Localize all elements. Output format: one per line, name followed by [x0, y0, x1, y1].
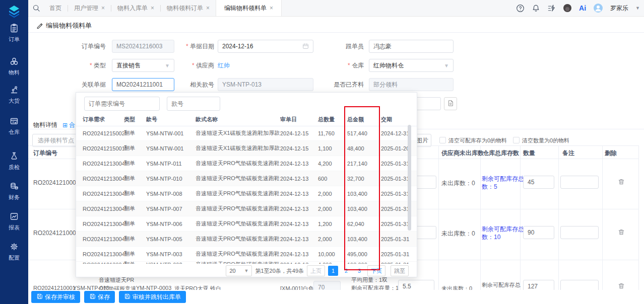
related-doc-field[interactable]: [112, 78, 174, 91]
available-stock-text: 剩余可配库存总数：10: [482, 225, 524, 241]
sidebar-item-label: 大货: [0, 97, 28, 105]
cell-delivery: 2025-01-31: [381, 191, 417, 197]
audit-and-jump-button[interactable]: 审核并跳转出库单: [119, 291, 186, 303]
trash-icon[interactable]: [618, 178, 625, 187]
cell-qty: 10,000: [318, 251, 347, 257]
save-icon: [36, 293, 43, 301]
warehouse-select[interactable]: 红帅物料仓▼: [369, 59, 454, 72]
ai-logo[interactable]: Ai: [579, 4, 586, 12]
order-requirement-row[interactable]: RO20241213004 翻单 YSM-NTP-006 音速猫逆天PRO气垫碳…: [76, 216, 417, 232]
help-icon[interactable]: [516, 4, 525, 13]
sidebar-item-settings[interactable]: 配置: [0, 242, 28, 262]
cell-qty: 4,200: [318, 161, 347, 167]
sidebar-item-production[interactable]: 大货: [0, 85, 28, 105]
close-icon[interactable]: ×: [206, 5, 210, 12]
order-requirement-row[interactable]: RO20241213004 翻单 YSM-NTP-008 音速猫逆天PRO气垫碳…: [76, 186, 417, 201]
topbar-actions: Ai 罗家乐 ▼: [516, 0, 640, 16]
cell-amount: 103,400: [347, 191, 381, 197]
col-header-delete: 删除: [605, 149, 617, 158]
merchandiser-field[interactable]: [369, 40, 454, 53]
sidebar-item-warehouse[interactable]: 仓库: [0, 116, 28, 136]
save-and-audit-button[interactable]: 保存并审核: [31, 291, 80, 303]
sidebar-item-orders[interactable]: 订单: [0, 23, 28, 43]
table-row-order-no: RO20241210001: [33, 230, 79, 237]
jump-to-button[interactable]: 跳至: [391, 265, 409, 276]
clear-zero-stock-checkbox[interactable]: [439, 137, 446, 143]
calendar-icon: [302, 43, 309, 50]
tab-edit-requisition[interactable]: 编辑物料领料单×: [216, 0, 282, 16]
close-icon[interactable]: ×: [270, 5, 273, 12]
order-requirement-row[interactable]: RO20241213004 翻单 YSM-NTP-005 音速猫逆天PRO气垫碳…: [76, 232, 417, 247]
close-icon[interactable]: ×: [101, 5, 105, 12]
coins-icon: [9, 186, 19, 193]
cell-audit: 2024-12-13: [280, 251, 318, 257]
app-logo[interactable]: [7, 4, 21, 20]
tab-user-management[interactable]: 用户管理×: [68, 0, 111, 16]
notification-bell-icon[interactable]: [532, 4, 540, 13]
sidebar-item-qc[interactable]: 质检: [0, 151, 28, 171]
page-size-select[interactable]: 20▼: [226, 265, 252, 276]
clipboard-icon: [9, 28, 19, 35]
changelog-icon[interactable]: [547, 4, 556, 13]
cell-qty: 11,760: [318, 130, 347, 136]
order-requirement-row[interactable]: RO20241213004 翻单 YSM-NTP-002 音速猫逆天PRO气垫碳…: [76, 257, 417, 264]
page-button-1[interactable]: 1: [328, 266, 338, 276]
material-ready-field: [369, 78, 454, 91]
cell-name: 音速猫逆天PRO气垫碳板竞速跑鞋: [196, 160, 280, 167]
order-requirement-row[interactable]: RO20241213004 翻单 YSM-NTP-010 音速猫逆天PRO气垫碳…: [76, 171, 417, 186]
cell-name: 音速猫逆天PRO气垫碳板竞速跑鞋: [196, 235, 280, 243]
clear-zero-qty-label[interactable]: 清空数量为0的物料: [522, 137, 569, 144]
cell-type: 翻单: [124, 160, 146, 167]
cell-amount: 217,140: [347, 161, 381, 167]
tab-material-detail[interactable]: 物料详情: [33, 121, 57, 129]
page-button-2[interactable]: 2: [341, 266, 351, 276]
cell-name: 音速猫逆天PRO气垫碳板竞速跑鞋: [196, 190, 280, 197]
qty-field[interactable]: [523, 226, 554, 239]
cell-req: RO20241213004: [76, 236, 124, 242]
col-header-remark: 备注: [562, 149, 574, 158]
style-no-filter-input[interactable]: [167, 97, 220, 111]
row-remark-field[interactable]: [560, 176, 599, 189]
clear-zero-stock-label[interactable]: 清空可配库存为0的物料: [448, 137, 507, 144]
sidebar-item-finance[interactable]: 财务: [0, 181, 28, 201]
requirement-no-filter-input[interactable]: [84, 97, 160, 111]
popup-scrollbar[interactable]: [408, 125, 411, 231]
chevron-down-icon[interactable]: ▼: [635, 6, 640, 11]
trash-icon[interactable]: [618, 229, 625, 237]
cell-req: RO20241213004: [76, 251, 124, 257]
supplier-link[interactable]: 红帅: [218, 61, 230, 70]
page-button-3[interactable]: 3: [354, 266, 364, 276]
type-select[interactable]: 直接销售▼: [112, 59, 174, 72]
sidebar-item-label: 订单: [0, 36, 28, 43]
cell-type: 翻单: [124, 205, 146, 212]
next-page-button[interactable]: 下页: [367, 265, 385, 276]
tab-home[interactable]: 首页: [43, 0, 68, 16]
order-requirement-row[interactable]: RO20241213004 翻单 YSM-NTP-007 音速猫逆天PRO气垫碳…: [76, 201, 417, 216]
clear-zero-qty-checkbox[interactable]: [513, 137, 520, 143]
tab-material-requisition-orders[interactable]: 物料领料订单×: [161, 0, 216, 16]
user-avatar[interactable]: [593, 3, 603, 13]
search-icon[interactable]: [32, 4, 40, 12]
order-requirement-row[interactable]: RO20241215001 翻单 YSM-NTW-001 音速猫逆天X1碳板竞速…: [76, 141, 417, 156]
qty-field[interactable]: [523, 176, 554, 189]
prev-page-button[interactable]: 上页: [307, 265, 325, 276]
order-requirement-row[interactable]: RO20241215002 翻单 YSM-NTW-001 音速猫逆天X1碳板竞速…: [76, 126, 417, 141]
mascot-avatar-icon[interactable]: [563, 4, 572, 13]
row-remark-field[interactable]: [560, 226, 599, 239]
cell-amount: 103,400: [347, 236, 381, 242]
page-title: 编辑物料领料单: [46, 21, 92, 30]
tab-material-inbound[interactable]: 物料入库单×: [111, 0, 160, 16]
sidebar-item-materials[interactable]: 物料: [0, 56, 28, 77]
col-req: 订单需求: [76, 116, 124, 123]
merchandiser-label: 跟单员: [313, 42, 364, 51]
close-icon[interactable]: ×: [151, 5, 154, 12]
cell-type: 翻单: [124, 220, 146, 227]
cell-delivery: 2024-12-31: [381, 130, 417, 136]
sidebar-item-reports[interactable]: 报表: [0, 211, 28, 232]
remark-attachment-button[interactable]: [444, 97, 457, 110]
grid-line: [638, 145, 639, 290]
save-button[interactable]: 保存: [84, 291, 115, 303]
order-requirement-row[interactable]: RO20241213004 翻单 YSM-NTP-011 音速猫逆天PRO气垫碳…: [76, 156, 417, 171]
doc-date-field[interactable]: 2024-12-16: [218, 40, 313, 53]
username[interactable]: 罗家乐: [610, 4, 628, 13]
